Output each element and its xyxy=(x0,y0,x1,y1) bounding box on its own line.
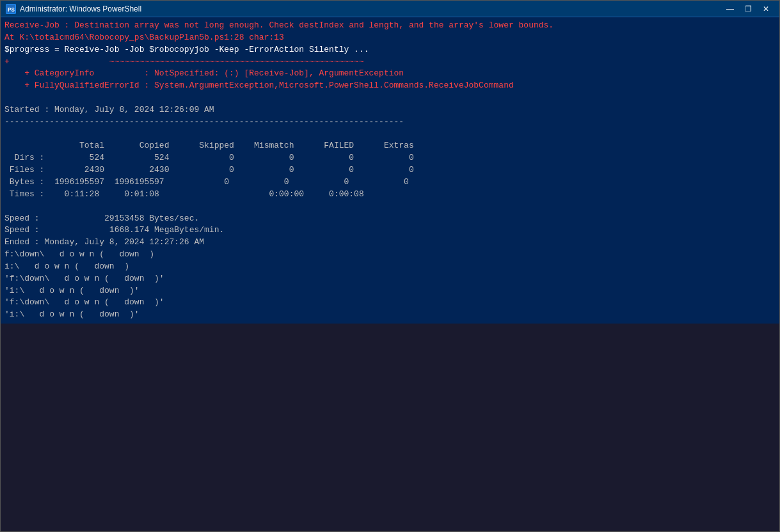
console-output[interactable]: Receive-Job : Destination array was not … xyxy=(1,17,779,324)
window-title: Administrator: Windows PowerShell xyxy=(20,4,141,13)
titlebar: PS Administrator: Windows PowerShell — ❐… xyxy=(1,1,779,17)
console-wrapper: Receive-Job : Destination array was not … xyxy=(1,17,779,531)
minimize-button[interactable]: — xyxy=(722,3,738,15)
window-controls: — ❐ ✕ xyxy=(722,3,774,15)
close-button[interactable]: ✕ xyxy=(758,3,774,15)
maximize-button[interactable]: ❐ xyxy=(740,3,756,15)
powershell-icon: PS xyxy=(6,4,16,14)
titlebar-left: PS Administrator: Windows PowerShell xyxy=(6,4,141,14)
svg-text:PS: PS xyxy=(8,7,15,13)
powershell-window: PS Administrator: Windows PowerShell — ❐… xyxy=(0,0,780,532)
